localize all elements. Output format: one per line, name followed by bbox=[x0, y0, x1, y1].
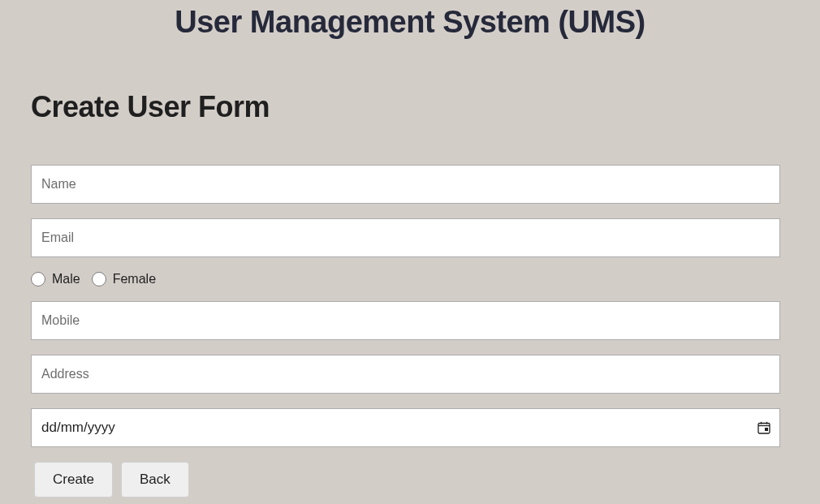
date-input[interactable] bbox=[31, 408, 780, 447]
gender-female-radio[interactable] bbox=[92, 272, 106, 286]
name-input[interactable] bbox=[31, 165, 780, 204]
address-input[interactable] bbox=[31, 355, 780, 394]
mobile-input[interactable] bbox=[31, 301, 780, 340]
create-button[interactable]: Create bbox=[34, 462, 113, 498]
gender-male-radio[interactable] bbox=[31, 272, 45, 286]
email-input[interactable] bbox=[31, 218, 780, 257]
form-container: Create User Form Male Female bbox=[0, 90, 820, 498]
date-input-wrapper bbox=[31, 408, 780, 447]
form-heading: Create User Form bbox=[31, 90, 789, 124]
gender-male-label: Male bbox=[52, 272, 80, 286]
app-title: User Management System (UMS) bbox=[0, 0, 820, 40]
button-row: Create Back bbox=[34, 462, 789, 498]
create-user-form: Male Female Create Back bbox=[31, 165, 789, 498]
back-button[interactable]: Back bbox=[121, 462, 189, 498]
gender-female-label: Female bbox=[113, 272, 156, 286]
gender-radio-group: Male Female bbox=[31, 272, 789, 286]
